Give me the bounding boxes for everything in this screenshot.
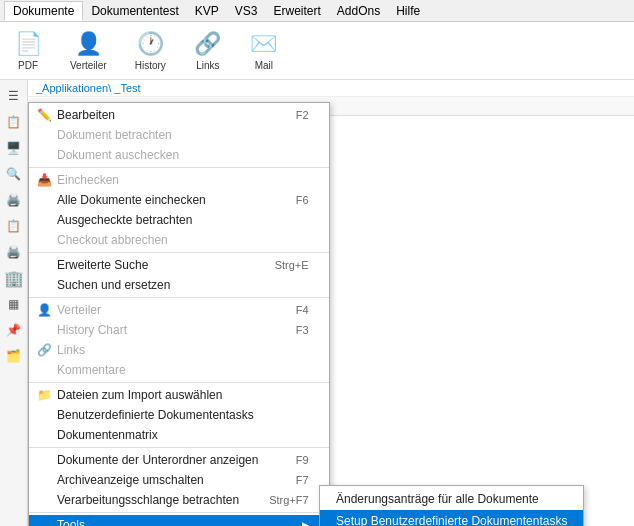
verteiler-icon: 👤 <box>74 30 102 58</box>
menu-item-addons[interactable]: AddOns <box>329 2 388 20</box>
menu-alle-dokumente-einchecken[interactable]: Alle Dokumente einchecken F6 <box>29 190 329 210</box>
toolbar-history[interactable]: 🕐 History <box>129 26 172 75</box>
pdf-icon: 📄 <box>14 30 42 58</box>
separator-2 <box>29 252 329 253</box>
menu-links: 🔗 Links <box>29 340 329 360</box>
links-label: Links <box>196 60 219 71</box>
sidebar-menu-icon[interactable]: ☰ <box>2 84 26 108</box>
submenu-aenderungsantraege[interactable]: Änderungsanträge für alle Dokumente <box>320 488 583 510</box>
content-area: _Applikationen\ _Test Status V... Titel … <box>28 80 634 526</box>
left-sidebar: ☰ 📋 🖥️ 🔍 🖨️ 📋 🖨️ 🏢 ▦ 📌 🗂️ <box>0 80 28 526</box>
menu-dokumentenmatrix[interactable]: Dokumentenmatrix <box>29 425 329 445</box>
menu-einchecken: 📥 Einchecken <box>29 170 329 190</box>
sidebar-folder-icon[interactable]: 🗂️ <box>2 344 26 368</box>
sidebar-grid-icon[interactable]: ▦ <box>2 292 26 316</box>
separator-1 <box>29 167 329 168</box>
verteiler-label: Verteiler <box>70 60 107 71</box>
toolbar-pdf[interactable]: 📄 PDF <box>8 26 48 75</box>
menu-bearbeiten[interactable]: ✏️ Bearbeiten F2 <box>29 105 329 125</box>
menu-kommentare: Kommentare <box>29 360 329 380</box>
toolbar-mail[interactable]: ✉️ Mail <box>244 26 284 75</box>
menu-dokument-betrachten: Dokument betrachten <box>29 125 329 145</box>
einchecken-icon: 📥 <box>35 171 53 189</box>
menu-item-dokumententest[interactable]: Dokumententest <box>83 2 186 20</box>
menu-item-kvp[interactable]: KVP <box>187 2 227 20</box>
sidebar-docs-icon[interactable]: 📋 <box>2 110 26 134</box>
links-icon: 🔗 <box>194 30 222 58</box>
menu-item-dokumente[interactable]: Dokumente <box>4 1 83 21</box>
mail-label: Mail <box>255 60 273 71</box>
menu-archiveanzeige[interactable]: Archiveanzeige umschalten F7 <box>29 470 329 490</box>
separator-5 <box>29 447 329 448</box>
history-label: History <box>135 60 166 71</box>
menu-verteiler: 👤 Verteiler F4 <box>29 300 329 320</box>
sidebar-pin-icon[interactable]: 📌 <box>2 318 26 342</box>
sidebar-clipboard-icon[interactable]: 📋 <box>2 214 26 238</box>
menu-item-vs3[interactable]: VS3 <box>227 2 266 20</box>
history-icon: 🕐 <box>136 30 164 58</box>
separator-6 <box>29 512 329 513</box>
separator-3 <box>29 297 329 298</box>
sidebar-print2-icon[interactable]: 🖨️ <box>2 240 26 264</box>
pdf-label: PDF <box>18 60 38 71</box>
sidebar-screen-icon[interactable]: 🖥️ <box>2 136 26 160</box>
menu-benutzerdefinierte-tasks[interactable]: Benutzerdefinierte Dokumententasks <box>29 405 329 425</box>
toolbar: 📄 PDF 👤 Verteiler 🕐 History 🔗 Links ✉️ M… <box>0 22 634 80</box>
verteiler-menu-icon: 👤 <box>35 301 53 319</box>
menu-suchen-und-ersetzen[interactable]: Suchen und ersetzen <box>29 275 329 295</box>
menu-erweiterte-suche[interactable]: Erweiterte Suche Strg+E <box>29 255 329 275</box>
dropdown-menu: ✏️ Bearbeiten F2 Dokument betrachten Dok… <box>28 102 330 526</box>
sidebar-office-icon[interactable]: 🏢 <box>2 266 26 290</box>
menu-tools[interactable]: Tools <box>29 515 329 526</box>
tools-submenu: Änderungsanträge für alle Dokumente Setu… <box>319 485 584 526</box>
menu-unterordner-anzeigen[interactable]: Dokumente der Unterordner anzeigen F9 <box>29 450 329 470</box>
sidebar-search-icon[interactable]: 🔍 <box>2 162 26 186</box>
menu-verarbeitungsschlange[interactable]: Verarbeitungsschlange betrachten Strg+F7 <box>29 490 329 510</box>
bearbeiten-icon: ✏️ <box>35 106 53 124</box>
mail-icon: ✉️ <box>250 30 278 58</box>
main-area: ☰ 📋 🖥️ 🔍 🖨️ 📋 🖨️ 🏢 ▦ 📌 🗂️ _Applikationen… <box>0 80 634 526</box>
menu-item-hilfe[interactable]: Hilfe <box>388 2 428 20</box>
links-menu-icon: 🔗 <box>35 341 53 359</box>
submenu-setup-benutzerdefinierte[interactable]: Setup Benutzerdefinierte Dokumententasks <box>320 510 583 526</box>
toolbar-links[interactable]: 🔗 Links <box>188 26 228 75</box>
menu-bar: Dokumente Dokumententest KVP VS3 Erweite… <box>0 0 634 22</box>
sidebar-print-icon[interactable]: 🖨️ <box>2 188 26 212</box>
tools-container: Tools Änderungsanträge für alle Dokument… <box>29 515 329 526</box>
toolbar-verteiler[interactable]: 👤 Verteiler <box>64 26 113 75</box>
menu-dateien-import[interactable]: 📁 Dateien zum Import auswählen <box>29 385 329 405</box>
menu-dokument-auschecken: Dokument auschecken <box>29 145 329 165</box>
import-icon: 📁 <box>35 386 53 404</box>
breadcrumb: _Applikationen\ _Test <box>28 80 634 97</box>
menu-ausgecheckte-betrachten[interactable]: Ausgecheckte betrachten <box>29 210 329 230</box>
menu-history-chart: History Chart F3 <box>29 320 329 340</box>
menu-item-erweitert[interactable]: Erweitert <box>265 2 328 20</box>
menu-checkout-abbrechen: Checkout abbrechen <box>29 230 329 250</box>
separator-4 <box>29 382 329 383</box>
